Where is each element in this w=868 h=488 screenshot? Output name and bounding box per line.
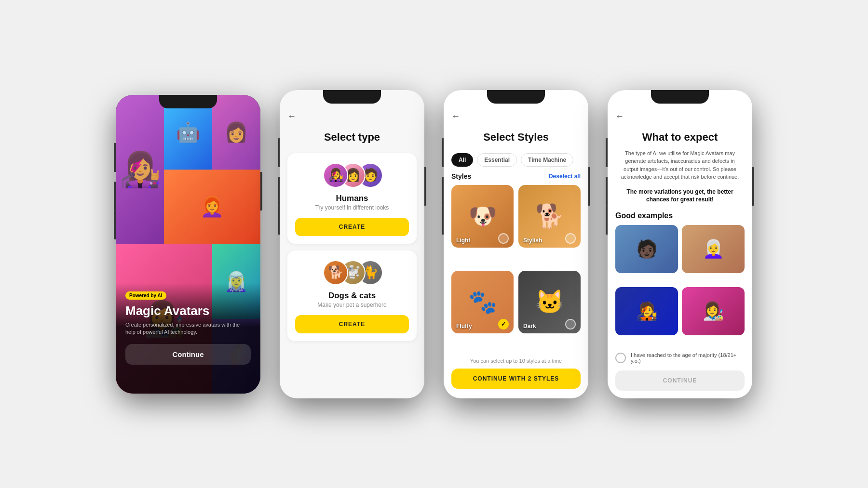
humans-subtitle: Try yourself in different looks — [315, 204, 389, 211]
humans-avatar-cluster: 👩‍🎤 👩 🧑 — [323, 163, 381, 189]
dogs-av-cluster-wrap: 🐕 🐩 🐈 — [323, 260, 381, 286]
phone1-title: Magic Avatars — [125, 303, 251, 318]
dog-avatar-1: 🐕 — [323, 260, 348, 285]
style-cat-check — [565, 319, 576, 330]
face-1: 👩‍🎤 — [116, 95, 164, 244]
phone2-notch — [323, 90, 381, 104]
what-to-expect-title: What to expect — [608, 127, 752, 149]
style-stylish[interactable]: 🐕 Stylish — [518, 185, 581, 248]
continue-expect-button[interactable]: CONTINUE — [615, 370, 745, 391]
dogs-avatar-cluster: 🐕 🐩 🐈 — [323, 260, 381, 286]
phone-4-what-to-expect: ← What to expect The type of AI we utili… — [608, 90, 752, 398]
styles-label: Styles — [451, 172, 471, 180]
expect-description: The type of AI we utilise for Magic Avat… — [608, 149, 752, 188]
phone2-screen: ← Select type 👩‍🎤 👩 🧑 Humans Try yoursel… — [280, 90, 424, 398]
phone3-header: ← — [444, 107, 588, 127]
deselect-all-button[interactable]: Deselect all — [549, 173, 581, 180]
continue-styles-button[interactable]: CONTINUE WITH 2 STYLES — [451, 369, 581, 389]
avatar-cell-1: 👩‍🎤 — [116, 95, 164, 244]
phone-2-select-type: ← Select type 👩‍🎤 👩 🧑 Humans Try yoursel… — [280, 90, 424, 398]
style-cat[interactable]: 🐱 Dark — [518, 271, 581, 333]
good-examples-title: Good examples — [608, 211, 752, 225]
examples-grid: 🧑🏿 👩‍🦳 🧑‍🎤 👩‍🎨 — [608, 225, 752, 345]
example-image-2: 👩‍🦳 — [682, 225, 745, 273]
filter-essential[interactable]: Essential — [477, 153, 517, 167]
humans-card: 👩‍🎤 👩 🧑 Humans Try yourself in different… — [287, 153, 417, 244]
dogs-subtitle: Make your pet a superhero — [317, 302, 386, 308]
filter-tabs: All Essential Time Machine — [444, 153, 588, 172]
phone3-notch — [487, 90, 545, 104]
select-hint: You can select up to 10 styles at a time — [451, 358, 581, 364]
phone3-screen: ← Select Styles All Essential Time Machi… — [444, 90, 588, 398]
phone3-back-arrow-icon[interactable]: ← — [451, 111, 460, 121]
dogs-create-button[interactable]: CREATE — [295, 315, 409, 333]
humans-create-button[interactable]: CREATE — [295, 218, 409, 236]
dogs-name: Dogs & cats — [328, 291, 376, 301]
expect-bold-text: The more variations you get, the better … — [608, 188, 752, 212]
style-cat-name: Dark — [523, 323, 536, 330]
face-3: 👩 — [212, 95, 260, 170]
filter-all[interactable]: All — [451, 153, 473, 167]
filter-time-machine[interactable]: Time Machine — [521, 153, 573, 167]
phone4-notch — [651, 90, 709, 104]
avatar-cell-3: 👩 — [212, 95, 260, 170]
phone2-header: ← — [280, 107, 424, 127]
phone1-screen: 👩‍🎤 🤖 👩 👩‍🦰 👩‍🎨 🧝‍♀️ 🦸 — [116, 95, 260, 394]
phone-3-select-styles: ← Select Styles All Essential Time Machi… — [444, 90, 588, 398]
style-fluffy-name: Fluffy — [456, 323, 472, 330]
example-image-1: 🧑🏿 — [615, 225, 678, 273]
phone4-header: ← — [608, 107, 752, 127]
continue-button[interactable]: Continue — [125, 344, 251, 365]
style-light[interactable]: 🐶 Light — [451, 185, 514, 248]
dogs-card: 🐕 🐩 🐈 Dogs & cats Make your pet a superh… — [287, 251, 417, 341]
style-fluffy-check — [498, 319, 509, 330]
av-cluster-wrap: 👩‍🎤 👩 🧑 — [323, 163, 381, 189]
age-checkbox[interactable] — [615, 353, 626, 363]
style-fluffy[interactable]: 🐾 Fluffy — [451, 271, 514, 333]
example-image-4: 👩‍🎨 — [682, 287, 745, 335]
style-stylish-name: Stylish — [523, 237, 542, 244]
phone1-overlay: Powered by AI Magic Avatars Create perso… — [116, 283, 260, 394]
avatar-cell-4: 👩‍🦰 — [164, 170, 260, 244]
phone4-back-arrow-icon[interactable]: ← — [615, 111, 624, 121]
style-light-name: Light — [456, 237, 470, 244]
styles-header: Styles Deselect all — [444, 172, 588, 185]
back-arrow-icon[interactable]: ← — [287, 111, 296, 121]
styles-grid: 🐶 Light 🐕 Stylish 🐾 Fluffy 🐱 Dark — [444, 185, 588, 352]
age-checkbox-label: I have reached to the age of majority (1… — [631, 352, 745, 364]
humans-name: Humans — [336, 194, 368, 203]
powered-badge: Powered by AI — [125, 291, 166, 300]
example-image-3: 🧑‍🎤 — [615, 287, 678, 335]
styles-footer: You can select up to 10 styles at a time… — [444, 352, 588, 398]
age-checkbox-row: I have reached to the age of majority (1… — [608, 345, 752, 369]
avatar-1: 👩‍🎤 — [323, 163, 348, 188]
phone-1-magic-avatars: 👩‍🎤 🤖 👩 👩‍🦰 👩‍🎨 🧝‍♀️ 🦸 — [116, 95, 260, 394]
style-light-check — [498, 233, 509, 244]
phone1-notch — [159, 95, 217, 108]
select-type-title: Select type — [280, 127, 424, 153]
style-stylish-check — [565, 233, 576, 244]
phone1-subtitle: Create personalized, impressive avatars … — [125, 321, 251, 336]
select-styles-title: Select Styles — [444, 127, 588, 153]
face-4: 👩‍🦰 — [164, 170, 260, 244]
phone4-screen: ← What to expect The type of AI we utili… — [608, 90, 752, 398]
